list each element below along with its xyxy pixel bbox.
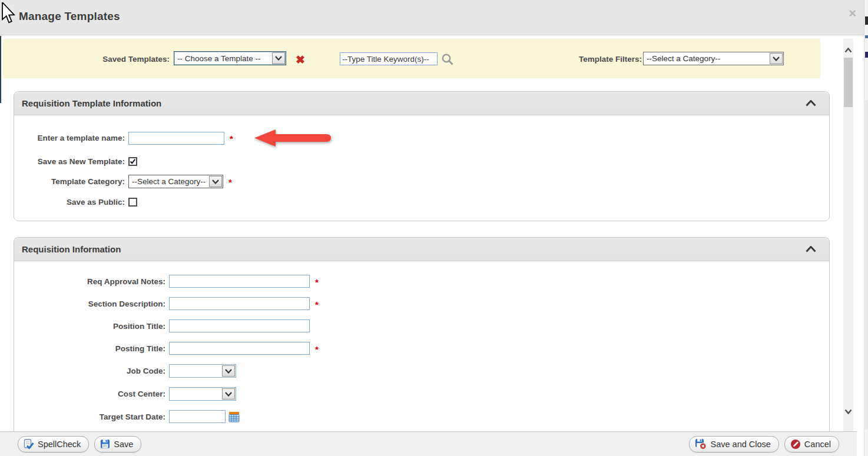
template-name-label: Enter a template name:: [14, 134, 125, 142]
save-icon: [100, 439, 110, 449]
spellcheck-label: SpellCheck: [38, 440, 81, 449]
section-header[interactable]: Requisition Template Information: [14, 92, 829, 115]
template-category-select[interactable]: --Select a Category--: [128, 175, 223, 188]
spellcheck-icon: [24, 439, 34, 450]
calendar-icon[interactable]: [228, 411, 240, 422]
saved-templates-label: Saved Templates:: [87, 55, 170, 64]
dialog-titlebar: Manage Templates ×: [0, 0, 868, 35]
cancel-icon: [790, 439, 801, 450]
dialog-content: Saved Templates: -- Choose a Template --…: [0, 36, 864, 431]
template-filters-select[interactable]: --Select a Category--: [643, 52, 784, 65]
section-requisition-template-information: Requisition Template Information Enter a…: [14, 91, 830, 221]
save-button[interactable]: Save: [94, 436, 141, 452]
target-start-date-input[interactable]: [169, 410, 226, 423]
template-category-row: Template Category: --Select a Category--…: [14, 175, 829, 188]
chevron-down-icon: [209, 176, 222, 187]
template-name-row: Enter a template name: *: [14, 129, 829, 147]
template-name-input[interactable]: [128, 132, 224, 145]
template-filters-label: Template Filters:: [570, 55, 642, 64]
template-filters-value: --Select a Category--: [644, 54, 720, 63]
dialog-title: Manage Templates: [19, 10, 120, 23]
section-header[interactable]: Requisition Information: [14, 238, 829, 261]
req-approval-notes-label: Req Approval Notes:: [14, 277, 165, 286]
chevron-up-icon[interactable]: [806, 246, 816, 252]
page-edge-left: [0, 36, 1, 103]
chevron-down-icon: [222, 388, 235, 400]
search-icon[interactable]: [441, 53, 454, 68]
chevron-up-icon[interactable]: [806, 100, 816, 106]
saved-templates-value: -- Choose a Template --: [174, 54, 261, 63]
chevron-down-icon: [272, 52, 285, 64]
job-code-row: Job Code:: [14, 364, 829, 378]
saved-templates-select[interactable]: -- Choose a Template --: [174, 51, 286, 65]
template-category-value: --Select a Category--: [129, 177, 206, 186]
red-arrow-pointer: [254, 129, 332, 147]
scrollbar-thumb[interactable]: [844, 58, 853, 107]
save-and-close-icon: [695, 438, 707, 450]
page-edge-strip: [864, 0, 868, 456]
close-icon[interactable]: ×: [849, 7, 856, 20]
posting-title-row: Posting Title: *: [14, 342, 829, 355]
req-approval-notes-input[interactable]: [169, 275, 310, 288]
save-and-close-label: Save and Close: [710, 440, 770, 449]
target-start-date-row: Target Start Date:: [14, 410, 829, 423]
save-as-public-checkbox[interactable]: [128, 198, 137, 207]
req-approval-notes-row: Req Approval Notes: *: [14, 275, 829, 288]
section-description-row: Section Description: *: [14, 297, 829, 310]
cancel-label: Cancel: [804, 440, 831, 449]
title-keyword-search-input[interactable]: [340, 52, 438, 65]
required-marker: *: [228, 177, 232, 187]
spellcheck-button[interactable]: SpellCheck: [18, 436, 89, 452]
scroll-down-icon[interactable]: [843, 404, 853, 419]
save-as-new-label: Save as New Template:: [14, 157, 125, 166]
position-title-row: Position Title:: [14, 319, 829, 332]
save-label: Save: [114, 440, 133, 449]
section-title: Requisition Template Information: [22, 98, 161, 108]
vertical-scrollbar[interactable]: [843, 39, 853, 431]
section-requisition-information: Requisition Information Req Approval Not…: [14, 237, 830, 431]
mouse-cursor-icon: [1, 2, 16, 26]
posting-title-input[interactable]: [169, 342, 310, 355]
position-title-input[interactable]: [169, 319, 310, 332]
save-as-new-checkbox[interactable]: [128, 157, 137, 166]
section-title: Requisition Information: [22, 244, 121, 254]
cost-center-label: Cost Center:: [14, 390, 165, 398]
manage-templates-dialog: Manage Templates × Saved Templates: -- C…: [0, 0, 868, 456]
save-as-public-row: Save as Public:: [14, 198, 829, 207]
save-and-close-button[interactable]: Save and Close: [689, 436, 778, 452]
job-code-select[interactable]: [169, 364, 236, 378]
cancel-button[interactable]: Cancel: [784, 436, 839, 452]
save-as-new-row: Save as New Template:: [14, 157, 829, 166]
posting-title-label: Posting Title:: [14, 344, 165, 353]
dialog-footer: SpellCheck Save: [0, 431, 857, 456]
required-marker: *: [230, 134, 233, 144]
chevron-down-icon: [222, 365, 235, 377]
required-marker: *: [315, 299, 319, 309]
clear-template-icon[interactable]: ✖: [296, 53, 305, 66]
template-filter-bar: Saved Templates: -- Choose a Template --…: [3, 39, 820, 78]
section-description-label: Section Description:: [14, 299, 165, 308]
cost-center-select[interactable]: [169, 387, 236, 401]
section-description-input[interactable]: [169, 297, 310, 310]
save-as-public-label: Save as Public:: [14, 198, 125, 207]
required-marker: *: [315, 277, 319, 287]
target-start-date-label: Target Start Date:: [14, 412, 165, 421]
scroll-up-icon[interactable]: [843, 42, 853, 58]
position-title-label: Position Title:: [14, 322, 165, 331]
required-marker: *: [315, 344, 319, 354]
cost-center-row: Cost Center:: [14, 387, 829, 401]
job-code-label: Job Code:: [14, 367, 165, 375]
template-category-label: Template Category:: [14, 177, 125, 186]
chevron-down-icon: [770, 53, 783, 64]
